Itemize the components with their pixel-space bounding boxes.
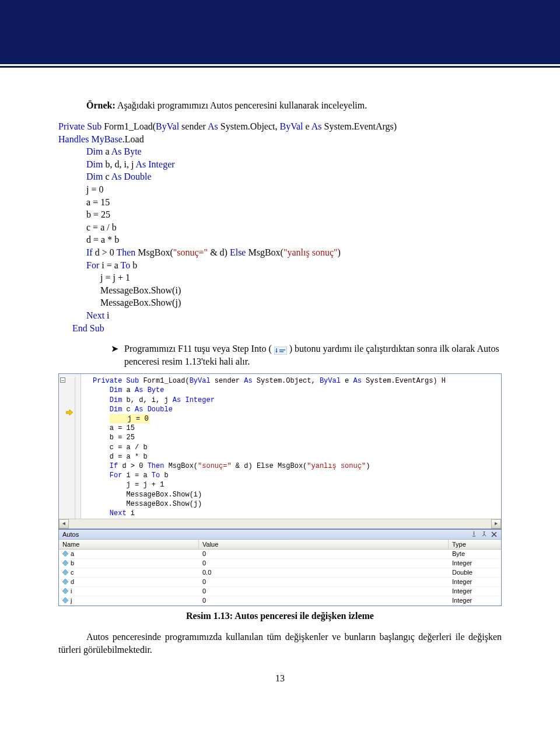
bullet-step-into: ➤ Programımızı F11 tuşu veya Step Into (… [58,342,502,368]
svg-rect-2 [279,351,284,352]
field-icon [62,569,68,575]
autos-rows: a0Byteb0Integerc0.0Doubled0Integeri0Inte… [59,550,501,606]
autos-cell-type: Byte [449,550,501,558]
step-into-icon [274,345,287,354]
autos-cell-type: Integer [449,559,501,568]
autos-panel: Autos Name Value Type a0Byteb0Integerc0.… [58,529,502,606]
field-icon [62,579,68,585]
autos-cell-name: b [59,559,199,568]
autos-row[interactable]: i0Integer [59,587,501,596]
editor-gutter [59,374,81,519]
autos-cell-type: Integer [449,587,501,596]
svg-rect-1 [279,349,285,351]
autos-cell-type: Integer [449,578,501,586]
field-icon [62,597,68,603]
autos-cell-value: 0 [199,559,449,568]
horizontal-scrollbar[interactable]: ◄ ► [59,519,501,529]
field-icon [62,560,68,566]
code-editor-screenshot: Private Sub Form1_Load(ByVal sender As S… [58,373,502,529]
autos-cell-name: i [59,587,199,596]
autos-title: Autos [62,531,79,538]
autos-cell-type: Double [449,568,501,577]
autos-row[interactable]: b0Integer [59,559,501,568]
outline-collapse-icon[interactable] [60,377,65,383]
autos-cell-value: 0 [199,550,449,558]
autos-cell-name: a [59,550,199,558]
autos-row[interactable]: c0.0Double [59,568,501,578]
autos-cell-value: 0 [199,578,449,586]
example-text: Aşağıdaki programımızı Autos penceresini… [116,100,367,110]
bullet-text: Programımızı F11 tuşu veya Step Into ( )… [124,342,502,368]
autos-row[interactable]: j0Integer [59,596,501,606]
caption-paragraph: Autos penceresinde programımızda kullanı… [58,631,502,656]
autos-cell-name: j [59,596,199,605]
window-position-icon[interactable] [470,531,478,538]
editor-code-area[interactable]: Private Sub Form1_Load(ByVal sender As S… [59,374,501,519]
scroll-track[interactable] [69,519,491,529]
current-line-arrow-icon [66,409,73,415]
autos-cell-value: 0 [199,587,449,596]
autos-titlebar[interactable]: Autos [59,530,501,540]
autos-cell-value: 0 [199,596,449,605]
figure-caption: Resim 1.13: Autos penceresi ile değişken… [58,611,502,621]
pin-icon[interactable] [480,531,488,538]
header-band [0,0,560,64]
autos-row[interactable]: d0Integer [59,578,501,587]
bullet-marker: ➤ [111,342,118,355]
close-icon[interactable] [490,531,498,538]
scroll-left-button[interactable]: ◄ [59,519,69,529]
autos-header-name[interactable]: Name [59,540,199,549]
autos-row[interactable]: a0Byte [59,550,501,559]
autos-header-row: Name Value Type [59,540,501,550]
autos-header-value[interactable]: Value [199,540,449,549]
example-intro: Örnek: Aşağıdaki programımızı Autos penc… [58,100,502,111]
autos-cell-name: d [59,578,199,586]
example-label: Örnek: [86,100,116,110]
page-number: 13 [58,673,502,684]
scroll-right-button[interactable]: ► [491,519,501,529]
highlighted-line: j = 0 [110,414,150,424]
autos-cell-value: 0.0 [199,568,449,577]
autos-header-type[interactable]: Type [449,540,501,549]
field-icon [62,588,68,594]
autos-cell-type: Integer [449,596,501,605]
autos-cell-name: c [59,568,199,577]
code-listing: Private Sub Form1_Load(ByVal sender As S… [58,120,502,334]
field-icon [62,551,68,557]
page-content: Örnek: Aşağıdaki programımızı Autos penc… [0,68,560,711]
